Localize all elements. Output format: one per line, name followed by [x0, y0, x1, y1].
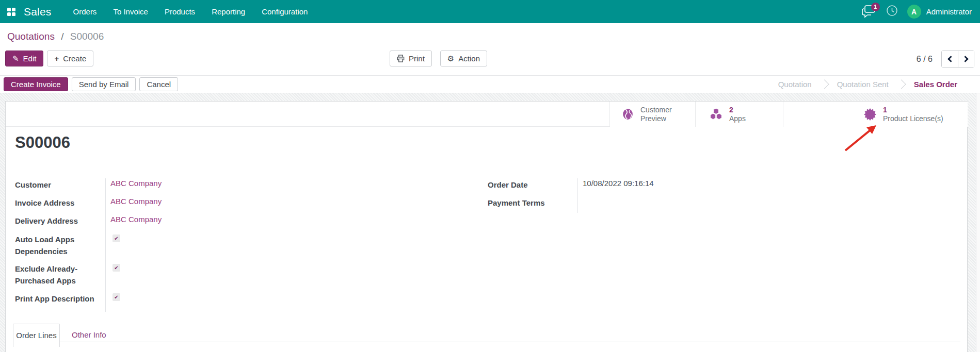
- delivery-address-value-link[interactable]: ABC Company: [110, 215, 162, 224]
- nav-menu-configuration[interactable]: Configuration: [253, 0, 316, 23]
- breadcrumb-quotations-link[interactable]: Quotations: [7, 31, 55, 42]
- user-name: Administrator: [926, 7, 972, 16]
- action-button[interactable]: ⚙ Action: [440, 51, 487, 66]
- print-app-description-label: Print App Description: [15, 293, 105, 305]
- nav-menu-to-invoice[interactable]: To Invoice: [105, 0, 156, 23]
- apps-menu-icon[interactable]: [7, 8, 15, 16]
- statusbar-buttons: Create Invoice Send by Email Cancel: [4, 77, 178, 91]
- gear-icon: ⚙: [447, 55, 454, 62]
- control-panel: Quotations / S00006 ✎ Edit + Create Prin…: [0, 23, 980, 75]
- edit-button[interactable]: ✎ Edit: [5, 51, 43, 66]
- pager-next-button[interactable]: [958, 51, 974, 67]
- tab-other-info[interactable]: Other Info: [65, 324, 114, 342]
- statusbar: Create Invoice Send by Email Cancel Quot…: [0, 75, 980, 93]
- record-buttons: ✎ Edit + Create: [5, 51, 93, 66]
- certificate-badge-icon: [863, 108, 877, 121]
- breadcrumb-current: S00006: [70, 31, 104, 42]
- customer-preview-smart-button[interactable]: Customer Preview: [609, 102, 695, 127]
- create-invoice-button[interactable]: Create Invoice: [4, 77, 68, 91]
- customer-label: Customer: [15, 179, 98, 191]
- messages-badge: 1: [871, 3, 880, 11]
- order-date-value: 10/08/2022 09:16:14: [583, 179, 654, 188]
- breadcrumb: Quotations / S00006: [7, 31, 104, 42]
- print-app-description-checkbox[interactable]: ✔: [113, 293, 120, 301]
- tab-order-lines[interactable]: Order Lines: [13, 324, 60, 347]
- globe-icon: [621, 108, 634, 121]
- step-sales-order[interactable]: Sales Order: [903, 80, 969, 89]
- invoice-address-label: Invoice Address: [15, 197, 98, 209]
- apps-smart-button[interactable]: 2 Apps: [695, 102, 783, 127]
- field-group-separator: [577, 178, 578, 213]
- exclude-already-purchased-apps-checkbox[interactable]: ✔: [113, 264, 120, 272]
- cubes-icon: [709, 107, 723, 121]
- breadcrumb-separator: /: [61, 31, 63, 42]
- plus-icon: +: [54, 55, 59, 62]
- messages-icon[interactable]: 1: [861, 5, 877, 19]
- exclude-already-purchased-apps-label: Exclude Already-Purchased Apps: [15, 263, 95, 287]
- tabbar-border: [13, 342, 960, 342]
- step-quotation[interactable]: Quotation: [767, 80, 823, 89]
- scrollbar-track[interactable]: [976, 93, 980, 352]
- pencil-icon: ✎: [12, 55, 19, 62]
- field-group-separator: [105, 178, 106, 312]
- smart-buttons: Customer Preview 2 Apps: [609, 102, 968, 127]
- customer-value-link[interactable]: ABC Company: [110, 179, 162, 188]
- invoice-address-value-link[interactable]: ABC Company: [110, 197, 162, 206]
- auto-load-apps-dependencies-checkbox[interactable]: ✔: [113, 234, 120, 242]
- product-licenses-smart-button[interactable]: 1 Product License(s): [783, 102, 968, 127]
- nav-menu-reporting[interactable]: Reporting: [203, 0, 253, 23]
- user-menu[interactable]: A Administrator: [907, 5, 972, 19]
- delivery-address-label: Delivery Address: [15, 215, 98, 227]
- app-name[interactable]: Sales: [24, 6, 52, 18]
- order-date-label: Order Date: [488, 179, 570, 191]
- payment-terms-label: Payment Terms: [488, 197, 570, 209]
- order-title: S00006: [15, 133, 70, 152]
- auto-load-apps-dependencies-label: Auto Load Apps Dependencies: [15, 233, 95, 257]
- print-button[interactable]: Print: [390, 51, 432, 66]
- chevron-left-icon: [947, 56, 954, 62]
- pager: 6 / 6: [917, 51, 974, 68]
- smart-button-box: Customer Preview 2 Apps: [6, 102, 967, 127]
- top-navbar: Sales Orders To Invoice Products Reporti…: [0, 0, 980, 23]
- send-by-email-button[interactable]: Send by Email: [72, 77, 136, 91]
- nav-menu-products[interactable]: Products: [156, 0, 203, 23]
- form-sheet: Customer Preview 2 Apps: [5, 101, 968, 352]
- navbar-right: 1 A Administrator: [861, 5, 975, 19]
- user-avatar: A: [907, 5, 921, 19]
- cancel-button[interactable]: Cancel: [139, 77, 178, 91]
- chevron-right-icon: [962, 56, 969, 62]
- status-steps: Quotation Quotation Sent Sales Order: [767, 80, 980, 89]
- create-button[interactable]: + Create: [47, 51, 93, 66]
- pager-count: 6 / 6: [917, 55, 933, 64]
- pager-previous-button[interactable]: [942, 51, 958, 67]
- printer-icon: [397, 55, 405, 62]
- odoo-sales-app: Sales Orders To Invoice Products Reporti…: [0, 0, 980, 352]
- activity-clock-icon[interactable]: [886, 5, 898, 19]
- action-buttons: Print ⚙ Action: [390, 51, 487, 66]
- pager-nav: [941, 51, 974, 68]
- step-quotation-sent[interactable]: Quotation Sent: [826, 80, 900, 89]
- nav-menu-orders[interactable]: Orders: [65, 0, 105, 23]
